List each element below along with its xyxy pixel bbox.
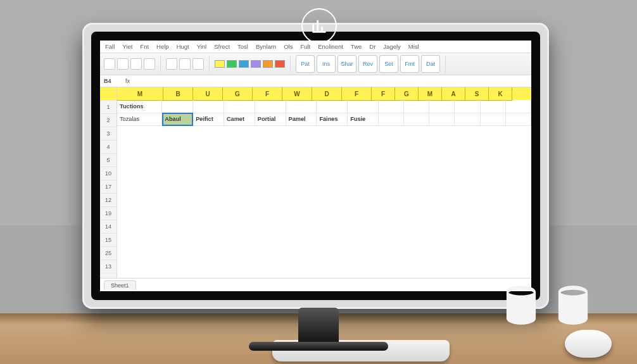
grid[interactable]: 12345101712191415251310184055 MBUGFWDFFG… [100,87,531,278]
tab-sheet1[interactable]: Sheet1 [104,280,136,290]
row-header[interactable]: 3 [100,127,117,141]
ribbon-button[interactable]: Rev [358,55,377,73]
menu-item[interactable]: Fall [105,43,115,50]
row-header[interactable]: 13 [100,260,117,273]
row-header[interactable]: 19 [100,207,117,220]
spreadsheet-app: FallYietFntHelpHugtYinlSfrectToslBynlarn… [100,41,531,291]
data-column-header[interactable]: Abaul [162,113,193,126]
ribbon-button[interactable]: Dat [421,55,440,73]
ribbon[interactable]: PatInsSharRevSetFmtDat [100,53,531,75]
paste-button[interactable] [104,58,115,70]
sheet-tabs[interactable]: Sheet1 [100,278,531,291]
menu-item[interactable]: Misl [408,43,419,50]
cell[interactable] [506,113,531,126]
column-header[interactable]: W [282,87,312,101]
cell[interactable] [429,113,455,126]
data-column-header[interactable]: Peifict [193,113,224,126]
row-header[interactable]: 10 [100,273,117,278]
column-header[interactable]: F [342,87,372,101]
cell[interactable] [455,100,480,113]
ribbon-button[interactable]: Ins [317,55,336,73]
column-header[interactable]: B [163,87,193,101]
cell[interactable] [286,100,317,113]
column-header[interactable]: S [465,87,489,101]
row-header[interactable]: 5 [100,154,117,167]
column-header[interactable]: A [442,87,465,101]
data-column-header[interactable]: Faines [317,113,348,126]
column-header[interactable]: F [253,87,282,101]
cell[interactable] [429,100,455,113]
cell[interactable] [404,113,429,126]
column-header[interactable]: G [395,87,419,101]
cell[interactable] [379,113,404,126]
column-header[interactable]: G [223,87,253,101]
row-header[interactable]: 4 [100,141,117,154]
menu-item[interactable]: Yinl [197,43,207,50]
section-title: Tuctions [117,100,162,113]
color-purple[interactable] [251,60,261,68]
cell[interactable] [481,100,506,113]
color-blue[interactable] [239,60,249,68]
menu-item[interactable]: Tosl [237,43,248,50]
menu-item[interactable]: Enolinent [318,43,343,50]
color-yellow[interactable] [215,60,225,68]
color-orange[interactable] [263,60,273,68]
row-header[interactable]: 15 [100,234,117,247]
data-column-header[interactable]: Portial [255,113,286,126]
column-header[interactable]: D [312,87,342,101]
menu-item[interactable]: Twe [351,43,362,50]
format-painter-button[interactable] [144,58,155,70]
cell[interactable] [193,100,224,113]
formula-bar[interactable]: B4 fx [100,75,531,87]
color-green[interactable] [227,60,237,68]
ribbon-button[interactable]: Shar [337,55,356,73]
menu-item[interactable]: Help [156,43,169,50]
color-red[interactable] [275,60,285,68]
cell[interactable] [317,100,348,113]
menu-item[interactable]: Bynlarn [256,43,276,50]
cell[interactable] [506,100,531,113]
underline-button[interactable] [192,58,204,70]
ribbon-button[interactable]: Set [379,55,398,73]
row-header[interactable]: 2 [100,114,117,127]
cell[interactable] [255,100,286,113]
menu-item[interactable]: Ols [284,43,293,50]
name-box[interactable]: B4 [104,78,125,84]
column-header[interactable]: M [419,87,442,101]
menu-item[interactable]: Jagely [383,43,400,50]
cell[interactable] [162,100,193,113]
database-icon [500,284,542,326]
row-header[interactable]: 1 [100,101,117,114]
menu-item[interactable]: Dr [369,43,375,50]
cell[interactable] [224,100,255,113]
column-header[interactable]: K [489,87,512,101]
row-header[interactable]: 14 [100,220,117,234]
menu-item[interactable]: Fult [300,43,310,50]
bold-button[interactable] [166,58,177,70]
cut-button[interactable] [117,58,129,70]
row-header[interactable]: 12 [100,194,117,207]
column-header[interactable]: M [117,87,163,101]
cell[interactable] [455,113,480,126]
menu-item[interactable]: Yiet [122,43,132,50]
cell[interactable] [348,100,379,113]
column-header[interactable]: F [372,87,395,101]
data-column-header[interactable]: Pamel [286,113,317,126]
cell[interactable] [379,100,404,113]
ribbon-button[interactable]: Fmt [400,55,419,73]
ribbon-button[interactable]: Pat [296,55,315,73]
monitor: FallYietFntHelpHugtYinlSfrectToslBynlarn… [82,23,549,309]
italic-button[interactable] [179,58,191,70]
menu-item[interactable]: Hugt [177,43,189,50]
row-header[interactable]: 10 [100,167,117,180]
cell[interactable] [404,100,429,113]
data-column-header[interactable]: Fusie [348,113,379,126]
cell[interactable] [481,113,506,126]
copy-button[interactable] [130,58,142,70]
row-header[interactable]: 17 [100,180,117,194]
data-column-header[interactable]: Camet [224,113,255,126]
menu-item[interactable]: Sfrect [214,43,230,50]
menu-item[interactable]: Fnt [140,43,149,50]
row-header[interactable]: 25 [100,247,117,260]
column-header[interactable]: U [193,87,223,101]
